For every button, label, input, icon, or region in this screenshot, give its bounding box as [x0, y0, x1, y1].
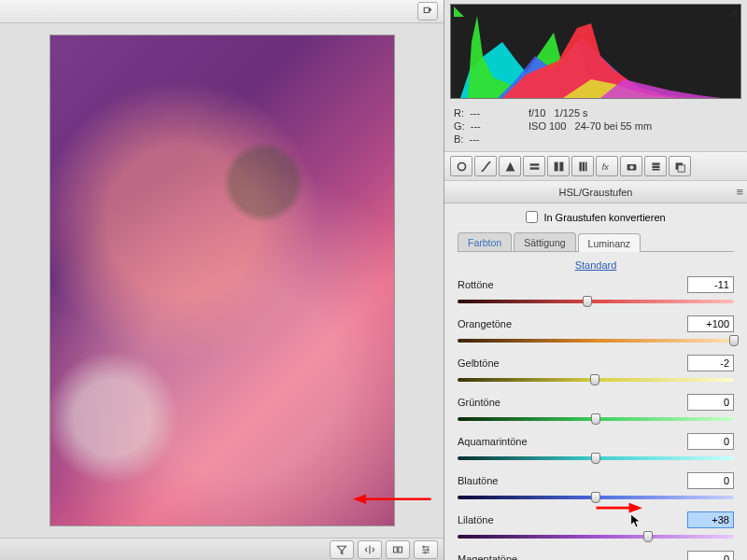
svg-rect-2	[529, 167, 539, 169]
svg-rect-3	[554, 161, 557, 171]
slider-label: Lilatöne	[458, 514, 494, 525]
g-value: ---	[471, 120, 481, 132]
slider-track[interactable]	[458, 491, 734, 504]
export-icon[interactable]	[417, 2, 438, 21]
slider-value-input[interactable]	[687, 472, 734, 489]
svg-rect-7	[585, 161, 586, 171]
preview-body	[0, 23, 444, 538]
slider-thumb[interactable]	[591, 453, 600, 464]
preview-bottombar	[0, 538, 444, 560]
slider-track[interactable]	[458, 295, 734, 308]
svg-rect-5	[579, 161, 581, 171]
slider-label: Rottöne	[458, 279, 494, 290]
tool-detail-icon[interactable]	[499, 156, 521, 176]
slider-thumb[interactable]	[583, 296, 592, 307]
exif-readout: R: --- G: --- B: --- f/10 1/125 s ISO 10…	[444, 101, 747, 151]
slider-track[interactable]	[458, 334, 734, 347]
slider-label: Gelbtöne	[458, 357, 500, 369]
svg-rect-11	[652, 162, 659, 164]
svg-rect-15	[678, 164, 684, 171]
slider-thumb[interactable]	[643, 531, 653, 542]
svg-point-10	[629, 165, 633, 169]
slider-track[interactable]	[458, 373, 734, 386]
slider-row: Grüntöne	[458, 394, 734, 426]
svg-text:fx: fx	[601, 161, 608, 171]
tool-presets-icon[interactable]	[644, 156, 667, 176]
slider-row: Rottöne	[458, 276, 734, 308]
before-after-icon[interactable]	[386, 540, 410, 559]
slider-track[interactable]	[458, 413, 734, 426]
filter-icon[interactable]	[330, 540, 354, 559]
slider-row: Magentatöne	[458, 551, 734, 560]
panel-title: HSL/Graustufen	[559, 187, 633, 198]
svg-rect-12	[652, 165, 659, 167]
tab-saturation[interactable]: Sättigung	[514, 232, 575, 251]
tab-hue[interactable]: Farbton	[458, 232, 512, 251]
tool-hsl-icon[interactable]	[523, 156, 545, 176]
slider-value-input[interactable]	[687, 433, 734, 450]
r-label: R:	[454, 107, 464, 119]
slider-thumb[interactable]	[591, 492, 600, 503]
g-label: G:	[454, 120, 465, 132]
tool-camera-icon[interactable]	[620, 156, 642, 176]
preview-topbar	[0, 0, 444, 23]
grayscale-label: In Graustufen konvertieren	[543, 212, 665, 223]
tool-curve-icon[interactable]	[474, 156, 497, 176]
standard-link[interactable]: Standard	[575, 259, 617, 271]
slider-label: Magentatöne	[458, 553, 517, 560]
b-value: ---	[470, 133, 480, 145]
side-panel: R: --- G: --- B: --- f/10 1/125 s ISO 10…	[444, 0, 747, 560]
svg-point-0	[458, 162, 465, 170]
tool-basic-icon[interactable]	[450, 156, 472, 176]
b-label: B:	[454, 133, 463, 145]
standard-link-row: Standard	[458, 259, 734, 271]
slider-row: Gelbtöne	[458, 355, 734, 386]
slider-row: Blautöne	[458, 472, 734, 504]
slider-value-input[interactable]	[687, 315, 734, 332]
hsl-panel: In Graustufen konvertieren Farbton Sätti…	[444, 203, 747, 560]
svg-rect-4	[559, 161, 563, 171]
slider-row: Aquamarintöne	[458, 433, 734, 465]
tool-split-icon[interactable]	[547, 156, 570, 176]
tab-luminance[interactable]: Luminanz	[578, 233, 641, 252]
r-value: ---	[470, 107, 480, 119]
slider-row: Orangetöne	[458, 315, 734, 347]
histogram[interactable]	[450, 4, 741, 99]
slider-track[interactable]	[458, 452, 734, 465]
slider-value-input[interactable]	[687, 394, 734, 411]
slider-value-input[interactable]	[687, 511, 734, 528]
slider-label: Blautöne	[458, 475, 498, 486]
svg-rect-13	[652, 168, 659, 170]
slider-thumb[interactable]	[729, 335, 739, 346]
slider-row: Lilatöne	[458, 511, 734, 543]
aperture-value: f/10	[529, 107, 545, 119]
slider-label: Orangetöne	[458, 318, 512, 329]
tool-fx-icon[interactable]: fx	[596, 156, 618, 176]
panel-toolstrip: fx	[444, 151, 747, 181]
preview-pane	[0, 0, 444, 560]
slider-value-input[interactable]	[687, 355, 734, 371]
grayscale-checkbox[interactable]	[526, 211, 538, 223]
svg-rect-1	[529, 163, 539, 165]
slider-label: Aquamarintöne	[458, 436, 528, 447]
panel-menu-icon[interactable]: ≡	[736, 185, 743, 199]
slider-value-input[interactable]	[687, 551, 734, 560]
slider-label: Grüntöne	[458, 397, 500, 408]
iso-value: ISO 100	[529, 120, 566, 132]
lens-value: 24-70 bei 55 mm	[575, 120, 653, 132]
slider-value-input[interactable]	[687, 276, 734, 293]
grayscale-row: In Graustufen konvertieren	[458, 211, 734, 223]
compare-icon[interactable]	[358, 540, 382, 559]
slider-track[interactable]	[458, 530, 734, 543]
hsl-subtabs: Farbton Sättigung Luminanz	[458, 232, 734, 252]
sliders-icon[interactable]	[414, 540, 438, 559]
tool-snapshots-icon[interactable]	[669, 156, 691, 176]
photo-preview[interactable]	[49, 35, 395, 526]
shutter-value: 1/125 s	[555, 107, 588, 119]
panel-title-bar: HSL/Graustufen ≡	[444, 181, 747, 203]
slider-thumb[interactable]	[591, 413, 600, 425]
svg-rect-6	[582, 161, 584, 171]
tool-lens-icon[interactable]	[571, 156, 594, 176]
slider-thumb[interactable]	[590, 374, 599, 385]
